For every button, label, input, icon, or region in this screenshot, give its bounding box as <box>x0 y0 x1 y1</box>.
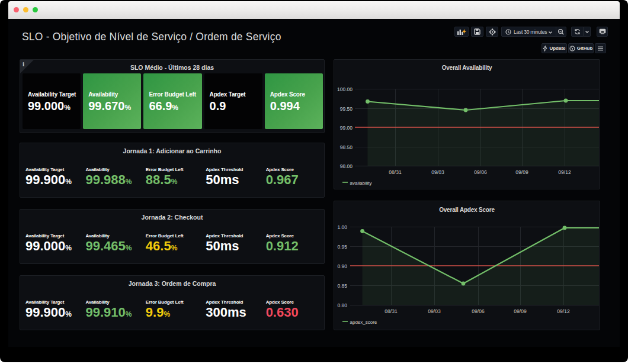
svg-text:09/12: 09/12 <box>558 169 571 175</box>
svg-text:Overall Apdex Score: Overall Apdex Score <box>439 207 495 213</box>
svg-text:09/03: 09/03 <box>431 169 444 175</box>
svg-text:100.00: 100.00 <box>337 86 353 92</box>
svg-text:0.90: 0.90 <box>337 263 347 269</box>
svg-text:apdex_score: apdex_score <box>350 320 377 325</box>
svg-text:09/06: 09/06 <box>472 308 485 314</box>
svg-text:09/09: 09/09 <box>515 169 528 175</box>
svg-text:98.50: 98.50 <box>340 144 353 150</box>
svg-text:0.80: 0.80 <box>337 302 347 308</box>
svg-text:98.00: 98.00 <box>340 163 353 169</box>
svg-text:99.50: 99.50 <box>340 106 353 112</box>
svg-text:08/31: 08/31 <box>385 308 398 314</box>
svg-text:1.00: 1.00 <box>337 224 347 230</box>
svg-text:Overall Availability: Overall Availability <box>442 65 492 71</box>
svg-text:09/09: 09/09 <box>514 308 527 314</box>
svg-text:08/31: 08/31 <box>389 169 402 175</box>
svg-text:0.95: 0.95 <box>337 244 347 250</box>
svg-text:09/06: 09/06 <box>474 169 487 175</box>
svg-text:09/12: 09/12 <box>557 308 570 314</box>
svg-text:99.00: 99.00 <box>340 125 353 131</box>
svg-text:09/03: 09/03 <box>428 308 441 314</box>
svg-text:0.85: 0.85 <box>337 283 347 289</box>
svg-text:availability: availability <box>350 181 372 186</box>
